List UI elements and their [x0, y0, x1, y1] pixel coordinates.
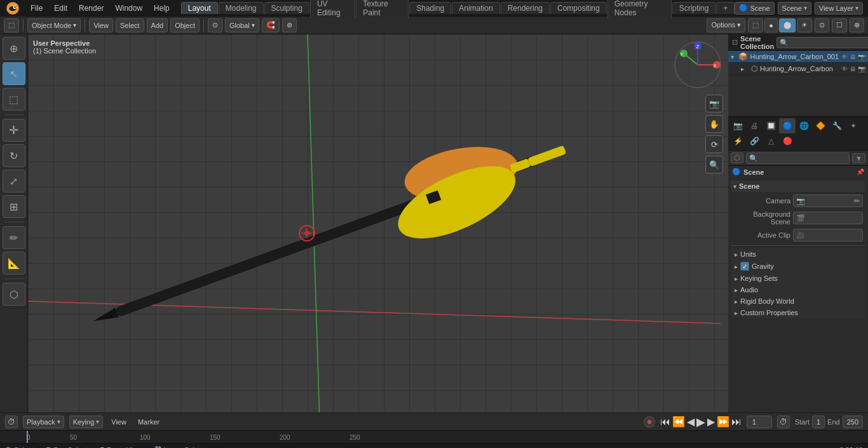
- tab-geometry-nodes[interactable]: Geometry Nodes: [607, 0, 672, 18]
- end-frame-input[interactable]: 250: [843, 416, 863, 428]
- keying-menu[interactable]: Keying ▾: [69, 416, 104, 428]
- menu-file[interactable]: File: [25, 3, 48, 14]
- props-search[interactable]: [746, 153, 850, 164]
- editor-type-btn[interactable]: ⬚: [4, 18, 19, 32]
- section-units-header[interactable]: ▸ Units: [731, 248, 865, 260]
- props-tab-world[interactable]: 🌐: [796, 118, 812, 133]
- section-gravity-header[interactable]: ▸ ✓ Gravity: [731, 260, 865, 273]
- global-selector[interactable]: Global ▾: [225, 18, 259, 32]
- visibility-icon-0[interactable]: 👁: [841, 53, 848, 60]
- outliner-search[interactable]: [776, 37, 868, 48]
- section-rigid-body-header[interactable]: ▸ Rigid Body World: [731, 295, 865, 307]
- props-tab-particles[interactable]: ✦: [845, 118, 862, 133]
- tool-cursor[interactable]: ⊕: [3, 37, 25, 60]
- tool-box-select[interactable]: ⬚: [3, 88, 25, 111]
- snap-btn[interactable]: 🧲: [262, 18, 280, 32]
- section-custom-props-header[interactable]: ▸ Custom Properties: [731, 307, 865, 318]
- section-keying-sets-header[interactable]: ▸ Keying Sets: [731, 273, 865, 284]
- camera-edit-icon[interactable]: ✏: [854, 197, 860, 205]
- tab-layout[interactable]: Layout: [181, 2, 218, 14]
- props-tab-material[interactable]: 🔴: [779, 133, 796, 149]
- props-tab-view-layer[interactable]: 🔲: [763, 118, 779, 133]
- select-menu[interactable]: Select: [116, 18, 144, 32]
- tool-annotate[interactable]: ✏: [3, 226, 25, 249]
- zoom-camera-btn[interactable]: 📷: [705, 95, 723, 112]
- view-menu[interactable]: View: [89, 18, 113, 32]
- move-view-btn[interactable]: ✋: [705, 115, 723, 133]
- viewport-icon-1[interactable]: 🖥: [850, 65, 856, 72]
- gravity-checkbox[interactable]: ✓: [740, 262, 749, 271]
- jump-end-btn[interactable]: ⏭: [731, 416, 742, 428]
- hunting-arrow-object[interactable]: [65, 109, 587, 363]
- props-tab-scene[interactable]: 🔵: [779, 118, 796, 133]
- record-btn[interactable]: ⏺: [644, 416, 655, 428]
- proportional-edit[interactable]: ⊚: [282, 18, 297, 32]
- next-frame-btn[interactable]: ▶: [707, 416, 715, 428]
- shading-material[interactable]: ⬤: [779, 18, 796, 32]
- props-tab-render[interactable]: 📷: [729, 118, 746, 133]
- props-tab-data[interactable]: △: [763, 133, 779, 149]
- menu-edit[interactable]: Edit: [49, 3, 72, 14]
- marker-menu[interactable]: Marker: [135, 416, 163, 428]
- tab-add-workspace[interactable]: +: [716, 2, 735, 14]
- tool-rotate[interactable]: ↻: [3, 144, 25, 167]
- tool-transform[interactable]: ⊞: [3, 195, 25, 218]
- props-tab-output[interactable]: 🖨: [746, 118, 763, 133]
- tool-scale[interactable]: ⤢: [3, 170, 25, 193]
- frame-ruler[interactable]: 0 50 100 150 200 250: [0, 430, 868, 443]
- next-keyframe-btn[interactable]: ⏩: [717, 416, 729, 428]
- view-menu-tl[interactable]: View: [108, 416, 130, 428]
- orbit-btn[interactable]: ⟳: [705, 135, 723, 153]
- shading-rendered[interactable]: ☀: [797, 18, 812, 32]
- playback-menu[interactable]: Playback ▾: [23, 416, 64, 428]
- menu-render[interactable]: Render: [74, 3, 109, 14]
- scene-selector[interactable]: Scene ▾: [778, 2, 811, 15]
- pivot-point[interactable]: ⊙: [208, 18, 222, 32]
- xray-btn[interactable]: ☐: [832, 18, 847, 32]
- object-menu[interactable]: Object: [170, 18, 200, 32]
- navigation-gizmo[interactable]: X Y Z: [672, 39, 723, 90]
- menu-help[interactable]: Help: [149, 3, 175, 14]
- props-tab-object[interactable]: 🔶: [812, 118, 829, 133]
- timeline-mode-btn[interactable]: ⏱: [5, 416, 18, 428]
- add-menu[interactable]: Add: [147, 18, 168, 32]
- props-tab-physics[interactable]: ⚡: [729, 133, 746, 149]
- overlay-btn[interactable]: ⊙: [815, 18, 829, 32]
- tab-compositing[interactable]: Compositing: [550, 2, 607, 14]
- prev-frame-btn[interactable]: ◀: [687, 416, 695, 428]
- section-scene-header[interactable]: ▾ Scene: [731, 180, 865, 192]
- visibility-icon-1[interactable]: 👁: [841, 65, 848, 72]
- tab-texture-paint[interactable]: Texture Paint: [356, 0, 409, 18]
- options-btn[interactable]: Options ▾: [707, 18, 745, 32]
- engine-selector[interactable]: 🔵 Scene: [735, 2, 774, 15]
- tab-animation[interactable]: Animation: [452, 2, 499, 14]
- blender-logo-area[interactable]: [0, 0, 25, 17]
- viewport-icon-0[interactable]: 🖥: [850, 53, 856, 60]
- shading-solid[interactable]: ●: [764, 18, 778, 32]
- render-icon-0[interactable]: 📷: [858, 53, 865, 60]
- menu-window[interactable]: Window: [110, 3, 147, 14]
- tab-scripting[interactable]: Scripting: [672, 2, 716, 14]
- tool-move[interactable]: ✛: [3, 119, 25, 142]
- render-icon-1[interactable]: 📷: [858, 65, 865, 72]
- props-tab-modifier[interactable]: 🔧: [829, 118, 845, 133]
- tool-add-object[interactable]: ⬡: [3, 283, 25, 306]
- outliner-row-1[interactable]: ▸ ⬡ Hunting_Arrow_Carbon 👁 🖥 📷: [728, 63, 868, 75]
- active-clip-value[interactable]: 🎥: [793, 229, 863, 241]
- start-frame-input[interactable]: 1: [812, 416, 825, 428]
- tab-modeling[interactable]: Modeling: [219, 2, 264, 14]
- shading-wireframe[interactable]: ⬚: [748, 18, 763, 32]
- playback-speed-btn[interactable]: ⏱: [777, 416, 790, 428]
- tab-shading[interactable]: Shading: [409, 2, 451, 14]
- background-scene-value[interactable]: 🎬: [793, 212, 863, 224]
- gizmo-btn[interactable]: ⊕: [850, 18, 864, 32]
- props-tab-constraints[interactable]: 🔗: [746, 133, 763, 149]
- current-frame-input[interactable]: 1: [747, 416, 772, 428]
- tab-uv-editing[interactable]: UV Editing: [310, 0, 355, 18]
- props-nav-btn[interactable]: ⬡: [731, 153, 743, 163]
- props-filter-btn[interactable]: ▼: [852, 153, 865, 163]
- view-layer-selector[interactable]: View Layer ▾: [815, 2, 863, 15]
- tab-rendering[interactable]: Rendering: [501, 2, 550, 14]
- outliner-row-0[interactable]: ▾ 📦 Hunting_Arrow_Carbon_001 👁 🖥 📷: [728, 51, 868, 63]
- jump-start-btn[interactable]: ⏮: [660, 416, 670, 428]
